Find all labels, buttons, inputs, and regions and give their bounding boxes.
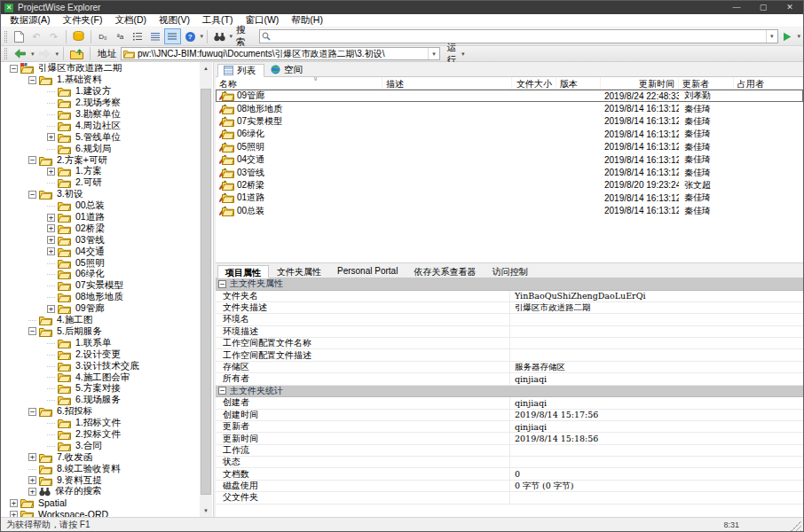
tree-item[interactable]: 8.竣工验收资料 xyxy=(1,463,200,474)
forward-history-dropdown-icon[interactable]: ▾ xyxy=(56,51,59,58)
interface-toggle-button[interactable]: D₀ xyxy=(95,28,112,44)
folder-row[interactable]: 00总装2019/8/14 16:13:12秦佳琦 xyxy=(216,205,803,217)
column-header-0[interactable]: 名称 xyxy=(216,77,382,89)
expand-icon[interactable]: + xyxy=(28,476,36,484)
tree-item[interactable]: 4.周边社区 xyxy=(1,120,200,131)
close-button[interactable]: ✕ xyxy=(776,1,803,14)
tree-item[interactable]: 2.可研 xyxy=(1,177,200,189)
expand-icon[interactable]: + xyxy=(28,488,36,496)
toolbar-overflow-icon[interactable]: ▾ xyxy=(200,33,203,40)
folder-row[interactable]: 03管线2019/8/14 16:13:12秦佳琦 xyxy=(216,166,803,178)
menu-item-0[interactable]: 数据源(A) xyxy=(4,14,57,27)
menu-item-6[interactable]: 帮助(H) xyxy=(285,14,329,27)
tree-item[interactable]: −引爆区市政道路二期 xyxy=(1,63,200,74)
menu-item-3[interactable]: 视图(V) xyxy=(153,14,196,27)
tree-item[interactable]: +5.管线单位 xyxy=(1,131,200,143)
tab-spatial[interactable]: 空间 xyxy=(264,63,311,76)
tree-item[interactable]: −1.基础资料 xyxy=(1,74,200,86)
column-header-1[interactable]: 描述 xyxy=(382,77,512,89)
collapse-icon[interactable]: − xyxy=(28,327,36,335)
redo-icon[interactable]: ↷ xyxy=(45,28,62,44)
tree-item[interactable]: 5.方案对接 xyxy=(1,383,200,395)
expand-icon[interactable]: + xyxy=(47,247,55,255)
tree-item[interactable]: 1.招标文件 xyxy=(1,418,200,429)
tree-item[interactable]: 6.现场服务 xyxy=(1,395,200,406)
tree-scrollbar[interactable]: ▲ ▼ xyxy=(200,62,212,517)
tree-item[interactable]: 00总装 xyxy=(1,200,200,212)
collapse-icon[interactable]: − xyxy=(28,191,36,199)
tree-item[interactable]: −5.后期服务 xyxy=(1,325,200,337)
tree-item[interactable]: +9.资料互提 xyxy=(1,474,200,486)
expand-icon[interactable]: + xyxy=(10,511,18,517)
folder-row[interactable]: 02桥梁2019/8/20 19:23:24张文超 xyxy=(216,179,803,192)
column-header-5[interactable]: 更新者 xyxy=(679,77,734,89)
tree-item[interactable]: −2.方案+可研 xyxy=(1,154,200,166)
scroll-up-icon[interactable]: ▲ xyxy=(200,62,212,74)
rename-attributes-button[interactable]: ªa xyxy=(112,28,129,44)
column-header-2[interactable]: 文件大小 xyxy=(512,77,556,89)
tree-item[interactable]: 08地形地质 xyxy=(1,292,200,303)
tree-item[interactable]: 4.施工图 xyxy=(1,315,200,326)
small-list-view-button[interactable] xyxy=(130,28,146,44)
expand-icon[interactable]: + xyxy=(47,224,55,232)
tree-item[interactable]: 2.投标文件 xyxy=(1,429,200,441)
folder-row[interactable]: 04交通2019/8/14 16:13:12秦佳琦 xyxy=(216,153,803,166)
tree-item[interactable]: +Workspace-ORD xyxy=(1,509,200,517)
go-up-folder-button[interactable] xyxy=(68,46,85,62)
address-combobox[interactable]: pw:\\JNCJ-BIM:fuwuqi\Documents\引爆区市政道路二期… xyxy=(121,47,440,60)
menu-item-4[interactable]: 工具(T) xyxy=(196,14,239,27)
collapse-icon[interactable]: − xyxy=(218,280,226,288)
expand-icon[interactable]: + xyxy=(47,168,55,176)
scroll-down-icon[interactable]: ▼ xyxy=(200,505,212,517)
scrollbar-thumb[interactable] xyxy=(201,89,211,495)
forward-button[interactable] xyxy=(36,46,53,62)
properties-tab-3[interactable]: 依存关系查看器 xyxy=(406,264,484,278)
properties-tab-4[interactable]: 访问控制 xyxy=(484,264,535,278)
minimize-button[interactable]: — xyxy=(723,1,750,14)
undo-icon[interactable]: ↶ xyxy=(28,28,45,44)
export-button[interactable] xyxy=(70,28,87,44)
tree-item[interactable]: 05照明 xyxy=(1,257,200,269)
properties-tab-2[interactable]: Personal Portal xyxy=(329,264,406,278)
menu-item-1[interactable]: 文件夹(F) xyxy=(57,14,109,27)
tree-item[interactable]: 4.施工图会审 xyxy=(1,372,200,383)
toolbar-grip[interactable] xyxy=(4,31,7,43)
properties-tab-0[interactable]: 项目属性 xyxy=(217,265,269,278)
tree-item[interactable]: +01道路 xyxy=(1,212,200,223)
new-document-button[interactable] xyxy=(11,28,28,44)
collapse-icon[interactable]: − xyxy=(10,65,18,73)
expand-icon[interactable]: + xyxy=(47,305,55,313)
tree-item[interactable]: +02桥梁 xyxy=(1,223,200,234)
folder-row[interactable]: 06绿化2019/8/14 16:13:12秦佳琦 xyxy=(216,128,803,140)
expand-icon[interactable]: + xyxy=(10,499,18,507)
collapse-icon[interactable]: − xyxy=(218,387,226,395)
address-dropdown-icon[interactable]: ▾ xyxy=(428,48,439,59)
collapse-icon[interactable]: − xyxy=(28,408,36,416)
search-input[interactable] xyxy=(272,31,766,43)
expand-icon[interactable]: + xyxy=(47,236,55,244)
tree-item[interactable]: 07实景模型 xyxy=(1,280,200,292)
address-toolbar-grip[interactable] xyxy=(4,48,7,59)
collapse-icon[interactable]: − xyxy=(28,76,36,84)
expand-icon[interactable]: + xyxy=(28,453,36,461)
tree-item[interactable]: 1.建设方 xyxy=(1,86,200,98)
folder-row[interactable]: 05照明2019/8/14 16:13:12秦佳琦 xyxy=(216,141,803,153)
tree-item[interactable]: −6.招投标 xyxy=(1,406,200,418)
column-header-3[interactable]: 版本 xyxy=(556,77,601,89)
tree-item[interactable]: +03管线 xyxy=(1,234,200,246)
tree-item[interactable]: 3.勘察单位 xyxy=(1,109,200,121)
tree-item[interactable]: −3.初设 xyxy=(1,189,200,200)
column-header-4[interactable]: 更新时间 xyxy=(601,77,679,89)
address-toolbar-overflow-icon[interactable]: ▾ xyxy=(461,51,465,58)
properties-tab-1[interactable]: 文件夹属性 xyxy=(269,264,329,278)
tree-item[interactable]: 3.合同 xyxy=(1,440,200,451)
resize-grip[interactable] xyxy=(791,520,801,531)
back-button[interactable] xyxy=(12,46,28,62)
folder-row[interactable]: 07实景模型2019/8/14 16:13:12秦佳琦 xyxy=(216,115,803,128)
column-header-6[interactable]: 占用者 xyxy=(734,77,803,89)
tree-item[interactable]: +7.收发函 xyxy=(1,451,200,463)
collapse-icon[interactable]: − xyxy=(28,156,36,164)
address-path[interactable]: pw:\\JNCJ-BIM:fuwuqi\Documents\引爆区市政道路二期… xyxy=(122,48,428,60)
tree-item[interactable]: 2.设计变更 xyxy=(1,348,200,360)
tree-item[interactable]: 2.现场考察 xyxy=(1,98,200,109)
